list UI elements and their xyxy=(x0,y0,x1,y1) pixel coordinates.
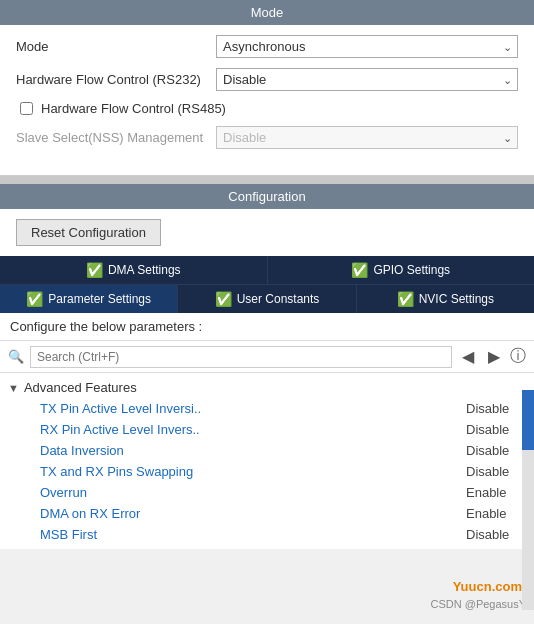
nvic-check-icon: ✅ xyxy=(397,291,414,307)
list-item[interactable]: RX Pin Active Level Invers.. Disable xyxy=(0,419,534,440)
item-value-pins-swapping: Disable xyxy=(466,464,526,479)
tree-group-advanced-features[interactable]: ▼ Advanced Features xyxy=(0,377,534,398)
slave-select-wrapper: Disable Enable ⌄ xyxy=(216,126,518,149)
reset-config-button[interactable]: Reset Configuration xyxy=(16,219,161,246)
tab-gpio-label: GPIO Settings xyxy=(373,263,450,277)
watermark-text: Yuucn.com xyxy=(453,579,522,594)
mode-select-wrapper: Asynchronous Synchronous LIN IrDA SmartC… xyxy=(216,35,518,58)
tab-parameter-label: Parameter Settings xyxy=(48,292,151,306)
scrollbar-thumb[interactable] xyxy=(522,390,534,450)
tabs-row2: ✅ Parameter Settings ✅ User Constants ✅ … xyxy=(0,284,534,313)
tree-list: ▼ Advanced Features TX Pin Active Level … xyxy=(0,373,534,549)
prev-result-icon[interactable]: ◀ xyxy=(458,345,478,368)
dma-check-icon: ✅ xyxy=(86,262,103,278)
config-section-header: Configuration xyxy=(0,184,534,209)
list-item[interactable]: MSB First Disable xyxy=(0,524,534,545)
info-icon[interactable]: ⓘ xyxy=(510,346,526,367)
config-section: Reset Configuration ✅ DMA Settings ✅ GPI… xyxy=(0,209,534,549)
hwfc-rs485-label: Hardware Flow Control (RS485) xyxy=(41,101,226,116)
slave-select-field-row: Slave Select(NSS) Management Disable Ena… xyxy=(16,126,518,149)
app-container: Mode Mode Asynchronous Synchronous LIN I… xyxy=(0,0,534,624)
item-label-pins-swapping: TX and RX Pins Swapping xyxy=(40,464,458,479)
tab-dma-label: DMA Settings xyxy=(108,263,181,277)
mode-field-row: Mode Asynchronous Synchronous LIN IrDA S… xyxy=(16,35,518,58)
tab-user-label: User Constants xyxy=(237,292,320,306)
list-item[interactable]: Data Inversion Disable xyxy=(0,440,534,461)
tabs-row1: ✅ DMA Settings ✅ GPIO Settings xyxy=(0,256,534,284)
gpio-check-icon: ✅ xyxy=(351,262,368,278)
tab-gpio-settings[interactable]: ✅ GPIO Settings xyxy=(268,256,535,284)
item-value-tx-pin: Disable xyxy=(466,401,526,416)
item-label-msb-first: MSB First xyxy=(40,527,458,542)
list-item[interactable]: DMA on RX Error Enable xyxy=(0,503,534,524)
item-value-dma-rx-error: Enable xyxy=(466,506,526,521)
item-value-overrun: Enable xyxy=(466,485,526,500)
group-chevron-icon: ▼ xyxy=(8,382,19,394)
item-value-msb-first: Disable xyxy=(466,527,526,542)
mode-section: Mode Asynchronous Synchronous LIN IrDA S… xyxy=(0,25,534,176)
list-item[interactable]: TX Pin Active Level Inversi.. Disable xyxy=(0,398,534,419)
mode-section-header: Mode xyxy=(0,0,534,25)
list-item[interactable]: Overrun Enable xyxy=(0,482,534,503)
slave-select-label: Slave Select(NSS) Management xyxy=(16,130,216,145)
item-value-data-inversion: Disable xyxy=(466,443,526,458)
hwfc-rs485-checkbox[interactable] xyxy=(20,102,33,115)
next-result-icon[interactable]: ▶ xyxy=(484,345,504,368)
item-label-rx-pin: RX Pin Active Level Invers.. xyxy=(40,422,458,437)
item-label-data-inversion: Data Inversion xyxy=(40,443,458,458)
list-item[interactable]: TX and RX Pins Swapping Disable xyxy=(0,461,534,482)
mode-select[interactable]: Asynchronous Synchronous LIN IrDA SmartC… xyxy=(216,35,518,58)
tab-dma-settings[interactable]: ✅ DMA Settings xyxy=(0,256,268,284)
tab-parameter-settings[interactable]: ✅ Parameter Settings xyxy=(0,285,178,313)
mode-label: Mode xyxy=(16,39,216,54)
search-input[interactable] xyxy=(30,346,452,368)
tab-nvic-settings[interactable]: ✅ NVIC Settings xyxy=(357,285,534,313)
tab-nvic-label: NVIC Settings xyxy=(419,292,494,306)
item-label-overrun: Overrun xyxy=(40,485,458,500)
hwfc-rs232-field-row: Hardware Flow Control (RS232) Disable En… xyxy=(16,68,518,91)
slave-select-dropdown[interactable]: Disable Enable xyxy=(216,126,518,149)
search-icon: 🔍 xyxy=(8,349,24,364)
hwfc-rs232-select[interactable]: Disable Enable xyxy=(216,68,518,91)
group-name: Advanced Features xyxy=(24,380,137,395)
hwfc-rs232-label: Hardware Flow Control (RS232) xyxy=(16,72,216,87)
param-check-icon: ✅ xyxy=(26,291,43,307)
item-label-tx-pin: TX Pin Active Level Inversi.. xyxy=(40,401,458,416)
reset-btn-area: Reset Configuration xyxy=(0,209,534,256)
hwfc-rs485-checkbox-row: Hardware Flow Control (RS485) xyxy=(16,101,518,116)
tab-user-constants[interactable]: ✅ User Constants xyxy=(178,285,356,313)
item-value-rx-pin: Disable xyxy=(466,422,526,437)
user-check-icon: ✅ xyxy=(215,291,232,307)
configure-text: Configure the below parameters : xyxy=(0,313,534,341)
watermark-sub: CSDN @PegasusYU xyxy=(431,598,534,610)
item-label-dma-rx-error: DMA on RX Error xyxy=(40,506,458,521)
hwfc-rs232-select-wrapper: Disable Enable ⌄ xyxy=(216,68,518,91)
search-bar: 🔍 ◀ ▶ ⓘ xyxy=(0,341,534,373)
section-divider xyxy=(0,176,534,184)
